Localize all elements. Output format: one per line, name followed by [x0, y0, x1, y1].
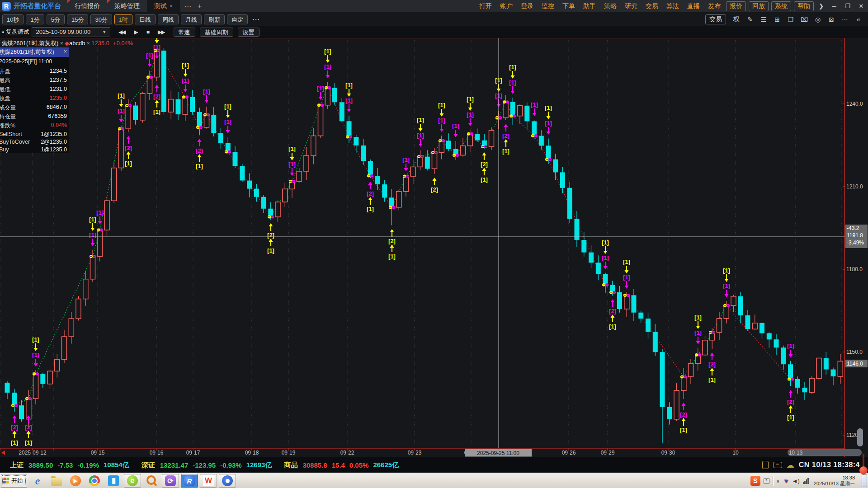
- tray-app-icon[interactable]: ▼: [783, 478, 789, 484]
- tray-clock[interactable]: 18:38 2025/10/13 星期一: [814, 475, 855, 487]
- workspace-tab-1[interactable]: 策略管理: [107, 0, 147, 12]
- timeframe-button-刷新[interactable]: 刷新: [204, 14, 225, 24]
- menu-item-5[interactable]: 助手: [583, 2, 596, 10]
- draw-icon[interactable]: ✎: [743, 16, 757, 23]
- indicator-settings-icon[interactable]: ☰: [757, 16, 770, 23]
- timeframe-button-5分[interactable]: 5分: [47, 14, 65, 24]
- add-window-icon[interactable]: ⊞: [770, 16, 784, 23]
- tab-add-icon[interactable]: ＋: [196, 2, 203, 10]
- search-magnifier-icon[interactable]: [143, 474, 160, 488]
- scroll-left-icon[interactable]: [1, 450, 5, 455]
- timeframe-button-自定[interactable]: 自定: [227, 14, 248, 24]
- play-button[interactable]: ▶: [134, 29, 137, 35]
- tray-expand-icon[interactable]: ∧: [776, 478, 780, 484]
- speed-button[interactable]: 常速: [174, 28, 195, 37]
- menu-item-10[interactable]: 直播: [687, 2, 700, 10]
- menu-item-8[interactable]: 交易: [646, 2, 658, 10]
- close-button[interactable]: ✕: [854, 3, 868, 9]
- maximize-button[interactable]: ❐: [841, 3, 854, 9]
- network-signal-icon[interactable]: [803, 478, 809, 484]
- tbquant-app-icon[interactable]: R: [181, 474, 198, 488]
- close-window-icon[interactable]: ⊠: [825, 16, 838, 23]
- menu-boxed-item-3[interactable]: 帮助: [794, 1, 814, 11]
- show-desktop-button[interactable]: [862, 474, 867, 487]
- browser-360-icon[interactable]: e: [124, 474, 141, 488]
- base-period-button[interactable]: 基础周期: [200, 28, 233, 37]
- tab-close-icon[interactable]: ×: [170, 3, 173, 9]
- volume-icon[interactable]: ◄): [792, 478, 800, 484]
- step-forward-button[interactable]: ▶▶: [158, 29, 164, 35]
- candle-body-down: [347, 121, 352, 137]
- collapse-icon[interactable]: «: [852, 16, 865, 23]
- settings-button[interactable]: 设置: [238, 28, 259, 37]
- chrome-icon[interactable]: [86, 474, 103, 488]
- candlestick-chart[interactable]: [2][1][2][1][1][1][1][1][1][1][1][2][1][…: [0, 38, 868, 457]
- recycle-app-icon[interactable]: ⟳: [162, 474, 179, 488]
- menu-chevron-icon[interactable]: ❯: [819, 3, 824, 9]
- record-icon[interactable]: ◎: [811, 16, 825, 23]
- sell-arrow-icon: [184, 74, 188, 77]
- sell-arrow-icon: [725, 294, 729, 297]
- timeframe-button-日线[interactable]: 日线: [135, 14, 156, 24]
- wps-icon: W: [203, 475, 214, 486]
- windows-logo-icon: [3, 478, 9, 484]
- menu-item-11[interactable]: 发布: [708, 2, 721, 10]
- menu-item-3[interactable]: 监控: [542, 2, 554, 10]
- timeframe-button-15分[interactable]: 15分: [67, 14, 88, 24]
- menu-boxed-item-2[interactable]: 系统: [771, 1, 791, 11]
- signal-label: [1]: [25, 439, 32, 446]
- timeframe-button-1时[interactable]: 1时: [114, 14, 132, 24]
- layout-icon[interactable]: ❐: [784, 16, 797, 23]
- sell-arrow-icon: [625, 286, 629, 289]
- workspace-tab-0[interactable]: 行情报价: [67, 0, 107, 12]
- menu-item-9[interactable]: 算法: [666, 2, 679, 10]
- rights-adjust-icon[interactable]: 权: [730, 15, 743, 23]
- more-icon[interactable]: ⋯: [838, 16, 852, 23]
- wps-icon[interactable]: W: [200, 474, 217, 488]
- menu-item-6[interactable]: 策略: [604, 2, 617, 10]
- menu-item-4[interactable]: 下单: [562, 2, 575, 10]
- timeframe-button-周线[interactable]: 周线: [158, 14, 179, 24]
- timeframe-button-月线[interactable]: 月线: [181, 14, 202, 24]
- ie-browser-icon[interactable]: e: [29, 474, 46, 488]
- message-icon[interactable]: ⋯: [773, 462, 782, 468]
- minimize-button[interactable]: ─: [827, 3, 841, 9]
- tab-more-icon[interactable]: ⋯: [184, 2, 192, 10]
- menu-item-2[interactable]: 登录: [521, 2, 533, 10]
- close-icon[interactable]: ×: [85, 40, 91, 47]
- menu-boxed-item-0[interactable]: 报价: [726, 1, 746, 11]
- workspace-tab-2[interactable]: 测试×: [147, 0, 180, 12]
- close-icon[interactable]: ×: [58, 40, 65, 47]
- signal-label: [1]: [288, 161, 296, 168]
- sell-arrow-icon: [326, 75, 330, 78]
- browser-360-icon: e: [127, 475, 138, 486]
- trade-button[interactable]: 交易: [705, 14, 726, 24]
- timeframe-button-30分[interactable]: 30分: [90, 14, 112, 24]
- delete-icon[interactable]: ⌧: [797, 16, 811, 23]
- replay-datetime-select[interactable]: 2025-10-09 09:00:00 ▼: [32, 27, 110, 37]
- video-player-icon[interactable]: ▐▌: [105, 474, 122, 488]
- cloud-sync-icon[interactable]: ☁: [787, 460, 794, 470]
- candle-body-up: [703, 340, 708, 355]
- folder-icon[interactable]: [48, 474, 65, 488]
- device-icon[interactable]: [762, 461, 769, 469]
- qq-browser-icon[interactable]: [219, 474, 236, 488]
- timeframe-button-10秒[interactable]: 10秒: [2, 14, 24, 24]
- menu-item-7[interactable]: 研究: [625, 2, 637, 10]
- menu-item-0[interactable]: 打开: [479, 2, 492, 10]
- close-icon[interactable]: ×: [64, 48, 67, 56]
- sogou-input-icon[interactable]: S: [750, 476, 760, 486]
- stop-button[interactable]: ■: [146, 29, 149, 35]
- menu-boxed-item-1[interactable]: 回放: [749, 1, 769, 11]
- input-toolbar-icon[interactable]: ▾: [764, 479, 769, 483]
- chart-canvas[interactable]: [2][1][2][1][1][1][1][1][1][1][1][2][1][…: [0, 38, 868, 457]
- timeframe-more-icon[interactable]: ⋯: [252, 15, 260, 23]
- media-player-icon[interactable]: ▶: [67, 474, 84, 488]
- vertical-scrollbar-thumb[interactable]: [857, 428, 863, 446]
- start-button[interactable]: 开始: [1, 474, 27, 488]
- step-back-button[interactable]: ◀◀: [118, 29, 125, 35]
- menu-item-1[interactable]: 账户: [500, 2, 513, 10]
- timeframe-button-1分[interactable]: 1分: [26, 14, 44, 24]
- candle-body-down: [368, 161, 373, 176]
- buy-arrow-icon: [13, 415, 17, 418]
